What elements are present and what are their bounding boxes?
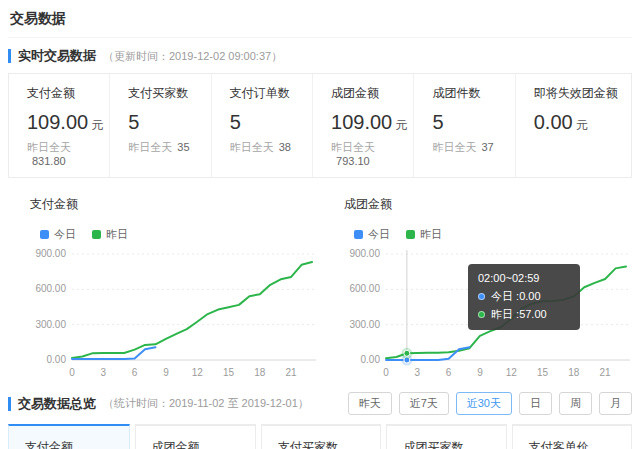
period-tab-group: 昨天 近7天 近30天 日 周 月 xyxy=(348,392,632,415)
stat-label: 成团金额 xyxy=(331,85,409,102)
legend-item-yesterday[interactable]: 昨日 xyxy=(92,227,128,242)
stat-value: 5 xyxy=(128,111,139,133)
tooltip-today-value: 0.00 xyxy=(519,290,540,303)
svg-text:9: 9 xyxy=(477,367,483,378)
stat-card-group-items: 成团件数 5 昨日全天37 xyxy=(414,74,515,177)
overview-card-group-amount[interactable]: 成团金额 23,956.66元 较前30天8.73%↑ xyxy=(135,424,257,449)
tab-last30days[interactable]: 近30天 xyxy=(456,392,512,415)
stat-value: 109.00 xyxy=(27,111,88,133)
svg-text:0: 0 xyxy=(69,367,75,378)
overview-stats-range: （统计时间：2019-11-02 至 2019-12-01） xyxy=(103,396,309,411)
overview-card-pay-amount[interactable]: 支付金额 23,867.36元 较前30天8.77%↑ xyxy=(8,424,130,449)
stat-label: 支付金额 xyxy=(27,85,105,102)
chart-panel-group-amount: 成团金额 今日 昨日 0.00300.00600.00900.000369121… xyxy=(322,190,636,386)
svg-text:600.00: 600.00 xyxy=(349,283,380,294)
tooltip-today-label: 今日 : xyxy=(491,290,519,303)
stat-card-expiring-group-amount: 即将失效团金额 0.00元 xyxy=(516,74,631,177)
svg-text:300.00: 300.00 xyxy=(35,319,66,330)
realtime-stat-row: 支付金额 109.00元 昨日全天831.80 支付买家数 5 昨日全天35 支… xyxy=(8,73,632,178)
svg-text:0: 0 xyxy=(383,367,389,378)
stat-label: 即将失效团金额 xyxy=(534,85,627,102)
chart-legend: 今日 昨日 xyxy=(40,227,320,242)
svg-text:3: 3 xyxy=(415,367,421,378)
legend-label-yesterday: 昨日 xyxy=(106,227,128,242)
svg-text:18: 18 xyxy=(568,367,580,378)
stat-yesterday-value: 35 xyxy=(177,141,189,153)
chart-title: 支付金额 xyxy=(30,196,320,213)
stat-yesterday-value: 38 xyxy=(279,141,291,153)
tab-month[interactable]: 月 xyxy=(599,392,632,415)
section-accent-bar xyxy=(8,49,11,63)
tooltip-today-dot-icon xyxy=(478,293,485,300)
realtime-update-time: （更新时间：2019-12-02 09:00:37） xyxy=(103,49,282,64)
tab-yesterday[interactable]: 昨天 xyxy=(348,392,392,415)
svg-text:6: 6 xyxy=(446,367,452,378)
tab-day[interactable]: 日 xyxy=(519,392,552,415)
tooltip-yesterday-value: 57.00 xyxy=(519,308,547,321)
stat-yesterday-value: 831.80 xyxy=(32,155,66,167)
tooltip-time-range: 02:00~02:59 xyxy=(478,272,570,285)
yesterday-swatch-icon xyxy=(92,230,101,239)
stat-unit: 元 xyxy=(576,118,588,132)
svg-text:3: 3 xyxy=(101,367,107,378)
stat-value: 109.00 xyxy=(331,111,392,133)
svg-text:300.00: 300.00 xyxy=(349,319,380,330)
tooltip-yesterday-label: 昨日 : xyxy=(491,308,519,321)
svg-text:15: 15 xyxy=(537,367,549,378)
overview-card-group-buyers[interactable]: 成团买家数 911 较前30天8.58%↑ xyxy=(386,424,506,449)
svg-text:900.00: 900.00 xyxy=(349,248,380,259)
stat-yesterday-label: 昨日全天 xyxy=(432,141,476,153)
svg-text:21: 21 xyxy=(600,367,612,378)
overview-card-row: 支付金额 23,867.36元 较前30天8.77%↑ 成团金额 23,956.… xyxy=(8,424,632,449)
legend-item-today[interactable]: 今日 xyxy=(354,227,390,242)
legend-item-yesterday[interactable]: 昨日 xyxy=(406,227,442,242)
chart-panel-pay-amount: 支付金额 今日 昨日 0.00300.00600.00900.000369121… xyxy=(8,190,322,386)
legend-label-yesterday: 昨日 xyxy=(420,227,442,242)
stat-yesterday-label: 昨日全天 xyxy=(27,141,71,153)
overview-card-pay-buyers[interactable]: 支付买家数 910 较前30天9.11%↑ xyxy=(261,424,381,449)
svg-text:21: 21 xyxy=(286,367,298,378)
svg-text:600.00: 600.00 xyxy=(35,283,66,294)
stat-yesterday-value: 793.10 xyxy=(336,155,370,167)
stat-value: 5 xyxy=(230,111,241,133)
realtime-section-title: 实时交易数据 xyxy=(18,47,96,65)
tab-last7days[interactable]: 近7天 xyxy=(399,392,449,415)
legend-label-today: 今日 xyxy=(368,227,390,242)
stat-card-pay-amount: 支付金额 109.00元 昨日全天831.80 xyxy=(9,74,110,177)
stat-card-group-amount: 成团金额 109.00元 昨日全天793.10 xyxy=(313,74,414,177)
overview-card-label: 支付客单价 xyxy=(529,439,627,449)
pay-amount-line-chart[interactable]: 0.00300.00600.00900.00036912151821 xyxy=(30,246,320,386)
stat-label: 成团件数 xyxy=(432,85,510,102)
charts-row: 支付金额 今日 昨日 0.00300.00600.00900.000369121… xyxy=(8,190,632,386)
tab-week[interactable]: 周 xyxy=(559,392,592,415)
stat-value: 0.00 xyxy=(534,111,573,133)
today-swatch-icon xyxy=(40,230,49,239)
legend-item-today[interactable]: 今日 xyxy=(40,227,76,242)
stat-card-pay-buyers: 支付买家数 5 昨日全天35 xyxy=(110,74,211,177)
svg-text:9: 9 xyxy=(163,367,169,378)
svg-text:0.00: 0.00 xyxy=(361,354,381,365)
stat-card-pay-orders: 支付订单数 5 昨日全天38 xyxy=(212,74,313,177)
overview-section-header: 交易数据总览 （统计时间：2019-11-02 至 2019-12-01） 昨天… xyxy=(8,392,632,415)
yesterday-swatch-icon xyxy=(406,230,415,239)
svg-text:12: 12 xyxy=(192,367,204,378)
page-title: 交易数据 xyxy=(8,0,632,38)
section-accent-bar xyxy=(8,397,11,411)
stat-label: 支付买家数 xyxy=(128,85,206,102)
stat-yesterday-label: 昨日全天 xyxy=(230,141,274,153)
chart-tooltip: 02:00~02:59 今日 : 0.00 昨日 : 57.00 xyxy=(468,264,580,330)
realtime-section-header: 实时交易数据 （更新时间：2019-12-02 09:00:37） xyxy=(8,47,632,65)
chart-title: 成团金额 xyxy=(344,196,634,213)
legend-label-today: 今日 xyxy=(54,227,76,242)
dashboard-page: 交易数据 实时交易数据 （更新时间：2019-12-02 09:00:37） 支… xyxy=(0,0,640,449)
svg-text:0.00: 0.00 xyxy=(47,354,67,365)
stat-label: 支付订单数 xyxy=(230,85,308,102)
overview-section-title: 交易数据总览 xyxy=(18,395,96,413)
overview-card-avg-order-value[interactable]: 支付客单价 26.23 较前30天0.31%↓ xyxy=(512,424,632,449)
stat-unit: 元 xyxy=(91,118,103,132)
svg-text:12: 12 xyxy=(506,367,518,378)
stat-yesterday-label: 昨日全天 xyxy=(331,141,375,153)
overview-card-label: 成团金额 xyxy=(152,439,252,449)
overview-card-label: 支付买家数 xyxy=(278,439,376,449)
svg-text:18: 18 xyxy=(254,367,266,378)
